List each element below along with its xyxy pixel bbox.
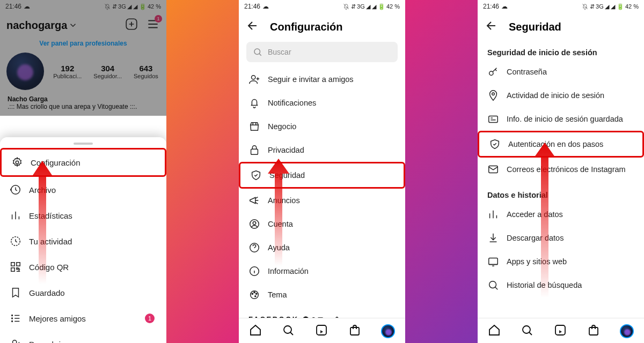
menu-label: Descubrir personas bbox=[29, 340, 99, 344]
menu-label: Info. de inicio de sesión guardada bbox=[507, 115, 623, 123]
help-icon bbox=[248, 242, 260, 253]
menu-item-account[interactable]: Cuenta bbox=[239, 212, 405, 236]
info-icon bbox=[248, 265, 260, 277]
menu-label: Información bbox=[268, 267, 309, 275]
nav-profile[interactable] bbox=[620, 324, 634, 338]
menu-item-shield[interactable]: Seguridad bbox=[239, 162, 405, 189]
menu-item-key[interactable]: Contraseña bbox=[478, 60, 644, 84]
menu-label: Tu actividad bbox=[29, 237, 72, 246]
phone-profile: 21:46 ☁ ⇵3G ◢ ◢ 🔋42 % nachogarga 1 Ver p… bbox=[0, 0, 166, 343]
menu-item-lock[interactable]: Privacidad bbox=[239, 138, 405, 162]
back-icon[interactable] bbox=[246, 19, 259, 34]
menu-item-list[interactable]: Mejores amigos1 bbox=[0, 305, 166, 331]
page-title: Seguridad bbox=[509, 21, 561, 33]
nav-search[interactable] bbox=[282, 324, 295, 339]
menu-item-stats[interactable]: Estadísticas bbox=[0, 203, 166, 228]
status-bar: 21:46 ☁ ⇵3G ◢ ◢ 🔋42 % bbox=[239, 0, 405, 13]
menu-label: Correos electrónicos de Instagram bbox=[507, 165, 626, 174]
menu-label: Notificaciones bbox=[268, 99, 316, 107]
menu-label: Historial de búsqueda bbox=[507, 281, 582, 289]
menu-item-megaphone[interactable]: Anuncios bbox=[239, 189, 405, 212]
stat[interactable]: 192Publicaci... bbox=[53, 64, 82, 79]
stats-icon bbox=[487, 208, 499, 220]
menu-label: Privacidad bbox=[268, 146, 304, 154]
menu-item-help[interactable]: Ayuda bbox=[239, 236, 405, 259]
account-icon bbox=[248, 218, 260, 230]
bell-icon bbox=[248, 97, 260, 109]
theme-icon bbox=[248, 289, 260, 301]
menu-item-qr[interactable]: Código QR bbox=[0, 254, 166, 280]
shield-icon bbox=[489, 138, 501, 150]
nav-shop[interactable] bbox=[587, 324, 600, 339]
nav-profile[interactable] bbox=[381, 324, 395, 338]
phone-security: 21:46 ☁ ⇵3G ◢ ◢ 🔋42 % Seguridad Segurida… bbox=[478, 0, 644, 343]
menu-label: Ayuda bbox=[268, 243, 290, 252]
menu-label: Archivo bbox=[29, 185, 56, 195]
menu-item-card[interactable]: Info. de inicio de sesión guardada bbox=[478, 107, 644, 131]
page-title: Configuración bbox=[270, 21, 343, 33]
search-input[interactable]: Buscar bbox=[246, 42, 398, 62]
save-icon bbox=[10, 287, 21, 299]
menu-item-shield[interactable]: Autenticación en dos pasos bbox=[478, 131, 644, 158]
create-icon[interactable] bbox=[125, 17, 138, 33]
menu-item-archive[interactable]: Archivo bbox=[0, 177, 166, 203]
menu-label: Descargar datos bbox=[507, 234, 564, 242]
bio: Nacho Garga .::: Mas criollo que una are… bbox=[6, 90, 160, 116]
menu-item-download[interactable]: Descargar datos bbox=[478, 226, 644, 250]
menu-item-gear[interactable]: Configuración bbox=[0, 148, 166, 177]
nav-search[interactable] bbox=[521, 324, 533, 339]
menu-icon[interactable]: 1 bbox=[146, 17, 160, 33]
menu-item-activity[interactable]: Tu actividad bbox=[0, 228, 166, 254]
section-login-security: Seguridad de inicio de sesión bbox=[478, 39, 644, 60]
back-icon[interactable] bbox=[485, 19, 498, 34]
menu-item-theme[interactable]: Tema bbox=[239, 283, 405, 307]
menu-label: Apps y sitios web bbox=[507, 257, 567, 266]
card-icon bbox=[487, 113, 499, 125]
archive-icon bbox=[10, 184, 21, 196]
menu-label: Seguridad bbox=[269, 171, 305, 180]
adduser-icon bbox=[10, 338, 21, 343]
menu-item-search[interactable]: Historial de búsqueda bbox=[478, 273, 644, 297]
nav-reels[interactable] bbox=[554, 324, 567, 339]
apps-icon bbox=[487, 256, 499, 267]
nav-home[interactable] bbox=[488, 324, 501, 339]
menu-item-info[interactable]: Información bbox=[239, 259, 405, 283]
stats-icon bbox=[10, 210, 21, 221]
nav-reels[interactable] bbox=[315, 324, 328, 339]
qr-icon bbox=[10, 261, 21, 273]
status-bar: 21:46 ☁ ⇵3G ◢ ◢ 🔋42 % bbox=[478, 0, 644, 13]
lock-icon bbox=[248, 144, 260, 156]
menu-item-adduser[interactable]: Descubrir personas bbox=[0, 331, 166, 343]
activity-icon bbox=[10, 235, 21, 247]
menu-label: Configuración bbox=[31, 158, 80, 167]
menu-label: Actividad de inicio de sesión bbox=[507, 91, 604, 100]
section-data-history: Datos e historial bbox=[478, 181, 644, 203]
list-icon bbox=[10, 312, 21, 324]
menu-label: Seguir e invitar a amigos bbox=[268, 75, 354, 84]
menu-label: Negocio bbox=[268, 122, 296, 131]
sheet-handle[interactable] bbox=[74, 143, 93, 145]
stat[interactable]: 643Seguidos bbox=[134, 64, 158, 79]
key-icon bbox=[487, 66, 499, 78]
username[interactable]: nachogarga bbox=[6, 19, 78, 32]
avatar[interactable] bbox=[6, 53, 44, 90]
pro-dashboard-link[interactable]: Ver panel para profesionales bbox=[6, 33, 160, 53]
menu-item-pin[interactable]: Actividad de inicio de sesión bbox=[478, 84, 644, 107]
facebook-heading: FACEBOOK ⬤ ◉ ✉ ⚬ ☍ bbox=[239, 307, 405, 318]
megaphone-icon bbox=[248, 195, 260, 206]
phone-config: 21:46 ☁ ⇵3G ◢ ◢ 🔋42 % Configuración Busc… bbox=[239, 0, 405, 343]
bottom-sheet: Configuración Archivo Estadísticas Tu ac… bbox=[0, 137, 166, 343]
adduser-icon bbox=[248, 73, 260, 85]
menu-label: Autenticación en dos pasos bbox=[508, 140, 603, 148]
menu-item-mail[interactable]: Correos electrónicos de Instagram bbox=[478, 158, 644, 181]
status-bar: 21:46 ☁ ⇵3G ◢ ◢ 🔋42 % bbox=[0, 0, 166, 13]
menu-item-apps[interactable]: Apps y sitios web bbox=[478, 250, 644, 273]
menu-item-stats[interactable]: Acceder a datos bbox=[478, 203, 644, 226]
nav-home[interactable] bbox=[249, 324, 262, 339]
menu-item-adduser[interactable]: Seguir e invitar a amigos bbox=[239, 68, 405, 91]
menu-item-shop[interactable]: Negocio bbox=[239, 115, 405, 138]
menu-item-save[interactable]: Guardado bbox=[0, 280, 166, 305]
nav-shop[interactable] bbox=[348, 324, 361, 339]
menu-item-bell[interactable]: Notificaciones bbox=[239, 91, 405, 115]
stat[interactable]: 304Seguidor... bbox=[93, 64, 122, 79]
